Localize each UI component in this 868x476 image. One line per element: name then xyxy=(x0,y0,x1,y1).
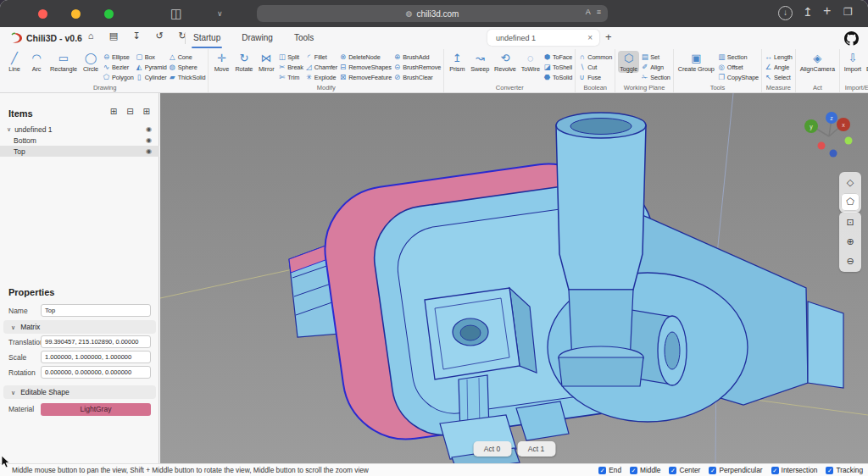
close-icon[interactable]: × xyxy=(587,33,599,42)
ribbon-sweep-button[interactable]: ↝Sweep xyxy=(469,51,491,73)
ribbon-align-button[interactable]: ✐Align xyxy=(641,62,670,72)
ribbon-toggle-button[interactable]: ⬡Toggle xyxy=(618,51,639,73)
new-tab-button[interactable]: + xyxy=(823,3,831,19)
ribbon-copy-shape-button[interactable]: ❐CopyShape xyxy=(718,72,759,82)
translation-field[interactable]: 99.390457, 215.102890, 0.00000 xyxy=(41,335,151,348)
ribbon-export-button[interactable]: ⇧Export xyxy=(865,51,868,73)
ribbon-polygon-button[interactable]: ⬠Polygon xyxy=(103,72,134,82)
snap-middle[interactable]: ✓Middle xyxy=(630,466,660,474)
snap-center[interactable]: ✓Center xyxy=(669,466,700,474)
save-icon[interactable]: ↧ xyxy=(131,30,142,42)
ribbon-move-button[interactable]: ✛Move xyxy=(211,51,231,73)
new-folder-icon[interactable]: ⊞ xyxy=(110,107,117,116)
downloads-button[interactable]: ↓ xyxy=(778,6,793,20)
material-button[interactable]: LightGray xyxy=(41,403,151,416)
minimize-window-button[interactable] xyxy=(71,9,81,19)
ribbon-to-shell-button[interactable]: ◪ToShell xyxy=(543,62,572,72)
close-window-button[interactable] xyxy=(38,9,47,19)
ribbon-section-tool-button[interactable]: ▥Section xyxy=(718,52,759,62)
ribbon-fillet-button[interactable]: ◜Fillet xyxy=(305,52,337,62)
ribbon-rotate-button[interactable]: ↻Rotate xyxy=(233,51,254,73)
ribbon-angle-button[interactable]: ∠Angle xyxy=(765,62,793,72)
gizmo-y-neg[interactable] xyxy=(845,137,853,145)
zoom-out-button[interactable]: ⊖ xyxy=(841,252,860,270)
ribbon-cut-button[interactable]: ∖Cut xyxy=(578,62,612,72)
ribbon-offset-button[interactable]: ◎Offset xyxy=(718,62,759,72)
ribbon-common-button[interactable]: ∩Common xyxy=(578,52,612,62)
tree-item-top[interactable]: Top◉ xyxy=(0,146,159,157)
ribbon-create-group-button[interactable]: ▣Create Group xyxy=(676,51,716,73)
ribbon-length-button[interactable]: ↔Length xyxy=(765,52,793,62)
ribbon-trim-button[interactable]: ✄Trim xyxy=(278,72,303,82)
share-button[interactable]: ↥ xyxy=(803,5,813,19)
chevron-down-icon[interactable]: ∨ xyxy=(217,9,223,18)
ribbon-break-button[interactable]: ✂Break xyxy=(278,62,303,72)
viewport-3d[interactable]: z x y ◇⬠ ⊡⊕⊖ Act 0Act 1 xyxy=(160,93,868,463)
ribbon-split-button[interactable]: ◫Split xyxy=(278,52,303,62)
name-field[interactable]: Top xyxy=(41,304,151,317)
address-bar[interactable]: ◍ chili3d.com A ≡ xyxy=(257,5,608,22)
ribbon-import-button[interactable]: ⇩Import xyxy=(843,51,863,73)
ribbon-brush-remove-button[interactable]: ⊝BrushRemove xyxy=(393,62,441,72)
navigation-gizmo[interactable]: z x y xyxy=(804,108,858,163)
ribbon-prism-button[interactable]: ↥Prism xyxy=(447,51,467,73)
ribbon-align-camera-button[interactable]: ◈AlignCamera xyxy=(798,51,837,73)
checkbox-checked-icon[interactable]: ✓ xyxy=(709,467,716,474)
scale-field[interactable]: 1.000000, 1.000000, 1.000000 xyxy=(41,351,151,363)
reader-icon[interactable]: ≡ xyxy=(597,8,601,16)
model-canvas[interactable] xyxy=(160,93,868,463)
ribbon-delete-node-button[interactable]: ⊗DeleteNode xyxy=(339,52,392,62)
act-button-1[interactable]: Act 1 xyxy=(517,441,555,457)
snap-perpendicular[interactable]: ✓Perpendicular xyxy=(709,466,762,474)
document-tab[interactable]: undefined 1 × xyxy=(487,30,599,46)
visibility-eye-icon[interactable]: ◉ xyxy=(146,147,152,155)
undo-icon[interactable]: ↺ xyxy=(153,30,165,42)
matrix-section-header[interactable]: ∨Matrix xyxy=(3,320,156,334)
home-icon[interactable]: ⌂ xyxy=(85,30,97,42)
snap-end[interactable]: ✓End xyxy=(598,466,621,474)
ribbon-thicksolid-button[interactable]: ▰ThickSolid xyxy=(169,72,206,82)
ribbon-arc-button[interactable]: ◠Arc xyxy=(26,51,47,73)
ribbon-bezier-button[interactable]: ∿Bezier xyxy=(103,62,134,72)
checkbox-checked-icon[interactable]: ✓ xyxy=(669,467,676,474)
collapse-all-icon[interactable]: ⊟ xyxy=(126,107,133,116)
ribbon-remove-shapes-button[interactable]: ⊟RemoveShapes xyxy=(339,62,392,72)
ribbon-section-button[interactable]: ✁Section xyxy=(641,72,670,82)
ribbon-brush-add-button[interactable]: ⊕BrushAdd xyxy=(393,52,441,62)
view-wireframe-button[interactable]: ◇ xyxy=(841,174,860,191)
ribbon-mirror-button[interactable]: ⋈Mirror xyxy=(256,51,276,73)
ribbon-to-wire-button[interactable]: ◌ToWire xyxy=(520,51,542,73)
add-document-button[interactable]: + xyxy=(605,30,612,43)
gizmo-x-neg[interactable] xyxy=(818,142,826,150)
ribbon-rectangle-button[interactable]: ▭Rectangle xyxy=(48,51,79,73)
ribbon-line-button[interactable]: ╱Line xyxy=(4,51,25,73)
ribbon-box-button[interactable]: ▢Box xyxy=(136,52,167,62)
document-icon[interactable]: ▤ xyxy=(108,30,120,42)
zoom-in-button[interactable]: ⊕ xyxy=(841,233,860,251)
expand-all-icon[interactable]: ⊞ xyxy=(143,107,150,116)
gizmo-z-neg[interactable] xyxy=(830,150,837,158)
ribbon-pyramid-button[interactable]: ◭Pyramid xyxy=(136,62,167,72)
ribbon-sphere-button[interactable]: ◍Sphere xyxy=(169,62,206,72)
ribbon-to-solid-button[interactable]: ⬣ToSolid xyxy=(543,72,572,82)
visibility-eye-icon[interactable]: ◉ xyxy=(146,136,152,144)
github-icon[interactable] xyxy=(844,31,859,46)
visibility-eye-icon[interactable]: ◉ xyxy=(146,125,152,133)
ribbon-chamfer-button[interactable]: ◿Chamfer xyxy=(305,62,337,72)
ribbon-cylinder-button[interactable]: ▯Cylinder xyxy=(136,72,167,82)
checkbox-checked-icon[interactable]: ✓ xyxy=(771,467,779,474)
sidebar-toggle-icon[interactable]: ◫ xyxy=(170,6,182,21)
ribbon-revolve-button[interactable]: ⟲Revolve xyxy=(492,51,518,73)
editable-shape-section-header[interactable]: ∨Editable Shape xyxy=(3,385,156,399)
tab-drawing[interactable]: Drawing xyxy=(242,27,273,49)
ribbon-select-button[interactable]: ↖Select xyxy=(765,72,793,82)
tab-tools[interactable]: Tools xyxy=(294,27,314,49)
checkbox-checked-icon[interactable]: ✓ xyxy=(630,467,637,474)
zoom-window-button[interactable] xyxy=(104,9,114,19)
snap-intersection[interactable]: ✓Intersection xyxy=(771,466,818,474)
view-shaded-button[interactable]: ⬠ xyxy=(841,193,860,211)
rotation-field[interactable]: 0.000000, 0.000000, 0.000000 xyxy=(41,366,151,379)
checkbox-checked-icon[interactable]: ✓ xyxy=(826,467,833,474)
ribbon-set-button[interactable]: ▤Set xyxy=(641,52,670,62)
redo-icon[interactable]: ↻ xyxy=(176,30,188,42)
